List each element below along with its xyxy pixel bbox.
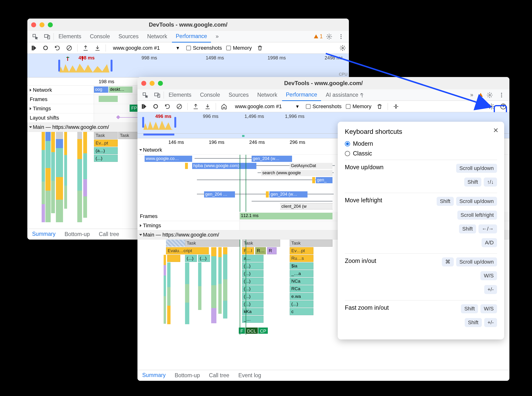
download-icon[interactable] (204, 103, 211, 110)
window-title: DevTools - www.google.com/ (149, 21, 228, 28)
record-icon[interactable] (152, 103, 159, 110)
key-badge: Shift (459, 224, 476, 233)
collapse-icon[interactable] (30, 89, 31, 92)
tab-performance[interactable]: Performance (172, 31, 211, 42)
range-handle-right[interactable] (174, 117, 176, 128)
svg-point-6 (341, 38, 342, 39)
window-title: DevTools - www.google.com/ (284, 80, 363, 87)
devtools-tabs: Elements Console Sources Network Perform… (137, 89, 509, 101)
overview[interactable]: 498 ms 998 ms 1498 ms 1998 ms 2498 ms CP… (27, 54, 349, 77)
device-icon[interactable] (42, 32, 53, 42)
settings-icon[interactable] (339, 44, 347, 52)
footer-calltree[interactable]: Call tree (208, 370, 231, 381)
tab-elements[interactable]: Elements (55, 31, 85, 42)
maximize-icon[interactable] (158, 81, 163, 86)
key-badge: Scroll up/down (456, 164, 497, 173)
recording-dropdown[interactable]: www.google.com #1▾ (110, 44, 182, 52)
warnings-badge[interactable] (478, 93, 483, 98)
tab-network[interactable]: Network (143, 31, 171, 42)
collapse-icon[interactable] (139, 149, 142, 151)
tab-network[interactable]: Network (254, 89, 281, 100)
gear-icon[interactable] (324, 32, 335, 42)
svg-point-15 (501, 94, 502, 95)
shortcut-label: Move left/right (345, 197, 382, 204)
key-badge: Scroll up/down (456, 197, 497, 206)
shortcut-row: Move up/downScroll up/downShift↑/↓ (345, 160, 497, 193)
maximize-icon[interactable] (48, 22, 53, 27)
collapse-icon[interactable] (139, 234, 142, 236)
minimize-icon[interactable] (150, 81, 154, 86)
svg-point-9 (342, 47, 344, 49)
lcp-marker (82, 57, 83, 61)
record-reload-icon[interactable] (140, 103, 148, 110)
close-icon[interactable]: ✕ (493, 127, 498, 134)
tab-elements[interactable]: Elements (165, 89, 195, 100)
tab-performance[interactable]: Performance (282, 89, 321, 101)
traffic-lights (141, 81, 163, 86)
shortcut-keys: ShiftScroll up/downScroll left/rightShif… (421, 197, 497, 250)
device-icon[interactable] (152, 90, 163, 100)
memory-checkbox[interactable]: Memory (226, 45, 252, 51)
key-badge: W/S (480, 304, 497, 313)
footer-bottomup[interactable]: Bottom-up (173, 370, 201, 381)
collapse-icon[interactable] (29, 127, 32, 128)
tab-console[interactable]: Console (196, 89, 224, 100)
screenshots-checkbox[interactable]: Screenshots (306, 103, 342, 110)
shortcut-label: Move up/down (345, 164, 384, 171)
tab-sources[interactable]: Sources (225, 89, 252, 100)
close-icon[interactable] (31, 22, 36, 27)
kebab-icon[interactable] (496, 90, 507, 100)
reload-icon[interactable] (164, 103, 171, 110)
more-tabs-icon[interactable]: » (466, 89, 477, 100)
warnings-badge[interactable]: 1 (313, 33, 323, 40)
key-badge: A/D (482, 238, 497, 247)
collapse-icon[interactable] (392, 103, 400, 110)
screenshots-checkbox[interactable]: Screenshots (186, 45, 222, 51)
clear-icon[interactable] (176, 103, 183, 110)
recording-dropdown[interactable]: www.google.com #1▾ (232, 102, 301, 111)
tab-console[interactable]: Console (86, 31, 114, 42)
trash-icon[interactable] (376, 103, 383, 110)
separator (53, 33, 54, 40)
tab-sources[interactable]: Sources (115, 31, 142, 42)
trash-icon[interactable] (256, 44, 264, 52)
radio-modern[interactable]: Modern (345, 140, 497, 147)
collapse-icon[interactable] (140, 224, 142, 227)
footer-tabs: Summary Bottom-up Call tree Event log (137, 370, 509, 381)
footer-bottomup[interactable]: Bottom-up (63, 229, 91, 240)
shortcut-row: Zoom in/out⌘Scroll up/downW/S+/- (345, 253, 497, 300)
keyboard-shortcuts-popup: ✕ Keyboard shortcuts Modern Classic Move… (338, 122, 504, 339)
range-handle-right[interactable] (111, 60, 112, 71)
reload-icon[interactable] (53, 44, 61, 52)
close-icon[interactable] (141, 81, 146, 86)
download-icon[interactable] (94, 44, 101, 52)
radio-classic[interactable]: Classic (345, 150, 497, 157)
shortcut-keys: ShiftW/SShift+/- (421, 304, 497, 329)
memory-checkbox[interactable]: Memory (346, 103, 371, 110)
minimize-icon[interactable] (40, 22, 44, 27)
footer-eventlog[interactable]: Event log (237, 370, 263, 381)
footer-summary[interactable]: Summary (141, 370, 167, 381)
svg-rect-17 (142, 104, 143, 108)
record-reload-icon[interactable] (30, 44, 37, 52)
record-icon[interactable] (42, 44, 49, 52)
home-icon[interactable] (220, 103, 228, 110)
settings-icon[interactable] (488, 103, 495, 110)
more-tabs-icon[interactable]: » (212, 31, 223, 42)
inspect-icon[interactable] (30, 32, 41, 42)
tab-ai-assistance[interactable]: AI assistance (322, 89, 368, 100)
kebab-icon[interactable] (336, 32, 347, 42)
collapse-icon[interactable] (30, 107, 31, 110)
footer-summary[interactable]: Summary (31, 228, 57, 240)
upload-icon[interactable] (82, 44, 89, 52)
inspect-icon[interactable] (140, 90, 151, 100)
footer-calltree[interactable]: Call tree (98, 229, 121, 240)
upload-icon[interactable] (192, 103, 200, 110)
svg-rect-10 (143, 93, 146, 95)
svg-point-13 (489, 94, 491, 96)
svg-point-19 (491, 105, 492, 107)
help-icon[interactable] (499, 103, 507, 110)
clear-icon[interactable] (65, 44, 73, 52)
key-badge: ⌘ (442, 257, 454, 267)
gear-icon[interactable] (484, 90, 495, 100)
